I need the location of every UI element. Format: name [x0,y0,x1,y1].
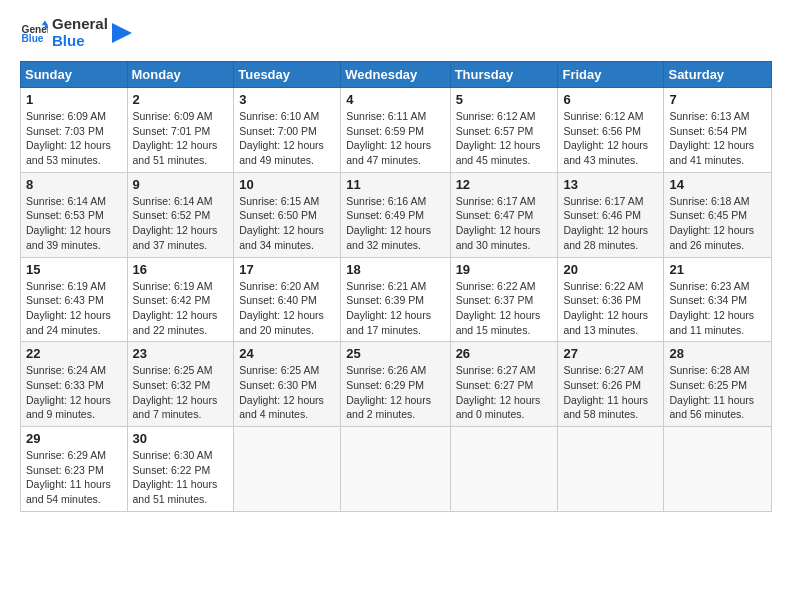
daylight-label: Daylight: 12 hours and 0 minutes. [456,394,541,421]
day-number: 20 [563,262,658,277]
daylight-label: Daylight: 12 hours and 26 minutes. [669,224,754,251]
daylight-label: Daylight: 12 hours and 37 minutes. [133,224,218,251]
daylight-label: Daylight: 12 hours and 49 minutes. [239,139,324,166]
calendar-cell: 22 Sunrise: 6:24 AM Sunset: 6:33 PM Dayl… [21,342,128,427]
sunset-label: Sunset: 6:27 PM [456,379,534,391]
day-number: 12 [456,177,553,192]
sunrise-label: Sunrise: 6:24 AM [26,364,106,376]
daylight-label: Daylight: 11 hours and 51 minutes. [133,478,218,505]
calendar-cell: 11 Sunrise: 6:16 AM Sunset: 6:49 PM Dayl… [341,172,450,257]
sunrise-label: Sunrise: 6:28 AM [669,364,749,376]
daylight-label: Daylight: 12 hours and 32 minutes. [346,224,431,251]
day-number: 11 [346,177,444,192]
day-info: Sunrise: 6:28 AM Sunset: 6:25 PM Dayligh… [669,363,766,422]
sunset-label: Sunset: 6:42 PM [133,294,211,306]
day-number: 21 [669,262,766,277]
sunset-label: Sunset: 7:03 PM [26,125,104,137]
day-info: Sunrise: 6:19 AM Sunset: 6:42 PM Dayligh… [133,279,229,338]
day-info: Sunrise: 6:27 AM Sunset: 6:27 PM Dayligh… [456,363,553,422]
calendar-cell [450,427,558,512]
calendar-cell: 12 Sunrise: 6:17 AM Sunset: 6:47 PM Dayl… [450,172,558,257]
day-number: 27 [563,346,658,361]
sunrise-label: Sunrise: 6:14 AM [26,195,106,207]
sunset-label: Sunset: 6:22 PM [133,464,211,476]
daylight-label: Daylight: 12 hours and 47 minutes. [346,139,431,166]
header: General Blue General Blue [20,16,772,49]
sunset-label: Sunset: 6:33 PM [26,379,104,391]
daylight-label: Daylight: 12 hours and 15 minutes. [456,309,541,336]
calendar-cell: 15 Sunrise: 6:19 AM Sunset: 6:43 PM Dayl… [21,257,128,342]
sunrise-label: Sunrise: 6:17 AM [563,195,643,207]
sunrise-label: Sunrise: 6:20 AM [239,280,319,292]
sunrise-label: Sunrise: 6:22 AM [563,280,643,292]
daylight-label: Daylight: 12 hours and 51 minutes. [133,139,218,166]
calendar-cell: 30 Sunrise: 6:30 AM Sunset: 6:22 PM Dayl… [127,427,234,512]
daylight-label: Daylight: 12 hours and 7 minutes. [133,394,218,421]
daylight-label: Daylight: 12 hours and 20 minutes. [239,309,324,336]
day-info: Sunrise: 6:12 AM Sunset: 6:57 PM Dayligh… [456,109,553,168]
day-number: 7 [669,92,766,107]
day-info: Sunrise: 6:09 AM Sunset: 7:03 PM Dayligh… [26,109,122,168]
daylight-label: Daylight: 12 hours and 22 minutes. [133,309,218,336]
calendar-cell: 8 Sunrise: 6:14 AM Sunset: 6:53 PM Dayli… [21,172,128,257]
day-info: Sunrise: 6:09 AM Sunset: 7:01 PM Dayligh… [133,109,229,168]
calendar-cell: 3 Sunrise: 6:10 AM Sunset: 7:00 PM Dayli… [234,88,341,173]
day-number: 26 [456,346,553,361]
sunrise-label: Sunrise: 6:26 AM [346,364,426,376]
sunrise-label: Sunrise: 6:23 AM [669,280,749,292]
day-info: Sunrise: 6:29 AM Sunset: 6:23 PM Dayligh… [26,448,122,507]
svg-marker-4 [112,23,132,43]
sunset-label: Sunset: 6:25 PM [669,379,747,391]
sunset-label: Sunset: 6:26 PM [563,379,641,391]
day-info: Sunrise: 6:13 AM Sunset: 6:54 PM Dayligh… [669,109,766,168]
calendar-cell: 9 Sunrise: 6:14 AM Sunset: 6:52 PM Dayli… [127,172,234,257]
sunset-label: Sunset: 6:40 PM [239,294,317,306]
day-number: 22 [26,346,122,361]
day-number: 13 [563,177,658,192]
calendar-cell: 28 Sunrise: 6:28 AM Sunset: 6:25 PM Dayl… [664,342,772,427]
sunrise-label: Sunrise: 6:19 AM [133,280,213,292]
calendar-cell: 14 Sunrise: 6:18 AM Sunset: 6:45 PM Dayl… [664,172,772,257]
calendar-cell: 10 Sunrise: 6:15 AM Sunset: 6:50 PM Dayl… [234,172,341,257]
day-info: Sunrise: 6:22 AM Sunset: 6:37 PM Dayligh… [456,279,553,338]
logo: General Blue General Blue [20,16,132,49]
calendar-page: General Blue General Blue SundayMondayTu… [0,0,792,612]
sunset-label: Sunset: 7:00 PM [239,125,317,137]
calendar-cell: 1 Sunrise: 6:09 AM Sunset: 7:03 PM Dayli… [21,88,128,173]
day-number: 16 [133,262,229,277]
weekday-wednesday: Wednesday [341,62,450,88]
sunset-label: Sunset: 6:23 PM [26,464,104,476]
calendar-cell [234,427,341,512]
sunset-label: Sunset: 6:45 PM [669,209,747,221]
calendar-cell: 24 Sunrise: 6:25 AM Sunset: 6:30 PM Dayl… [234,342,341,427]
calendar-cell [341,427,450,512]
week-row-5: 29 Sunrise: 6:29 AM Sunset: 6:23 PM Dayl… [21,427,772,512]
day-info: Sunrise: 6:26 AM Sunset: 6:29 PM Dayligh… [346,363,444,422]
day-info: Sunrise: 6:14 AM Sunset: 6:52 PM Dayligh… [133,194,229,253]
day-number: 2 [133,92,229,107]
calendar-cell: 21 Sunrise: 6:23 AM Sunset: 6:34 PM Dayl… [664,257,772,342]
daylight-label: Daylight: 11 hours and 56 minutes. [669,394,754,421]
svg-text:Blue: Blue [22,33,44,44]
day-number: 9 [133,177,229,192]
sunset-label: Sunset: 7:01 PM [133,125,211,137]
calendar-table: SundayMondayTuesdayWednesdayThursdayFrid… [20,61,772,512]
day-number: 3 [239,92,335,107]
sunset-label: Sunset: 6:54 PM [669,125,747,137]
day-number: 5 [456,92,553,107]
calendar-cell: 2 Sunrise: 6:09 AM Sunset: 7:01 PM Dayli… [127,88,234,173]
daylight-label: Daylight: 12 hours and 53 minutes. [26,139,111,166]
daylight-label: Daylight: 12 hours and 13 minutes. [563,309,648,336]
daylight-label: Daylight: 12 hours and 30 minutes. [456,224,541,251]
sunrise-label: Sunrise: 6:11 AM [346,110,426,122]
sunset-label: Sunset: 6:59 PM [346,125,424,137]
day-number: 24 [239,346,335,361]
sunrise-label: Sunrise: 6:27 AM [563,364,643,376]
calendar-cell [558,427,664,512]
daylight-label: Daylight: 11 hours and 58 minutes. [563,394,648,421]
week-row-2: 8 Sunrise: 6:14 AM Sunset: 6:53 PM Dayli… [21,172,772,257]
day-info: Sunrise: 6:21 AM Sunset: 6:39 PM Dayligh… [346,279,444,338]
daylight-label: Daylight: 12 hours and 17 minutes. [346,309,431,336]
day-number: 15 [26,262,122,277]
day-info: Sunrise: 6:20 AM Sunset: 6:40 PM Dayligh… [239,279,335,338]
